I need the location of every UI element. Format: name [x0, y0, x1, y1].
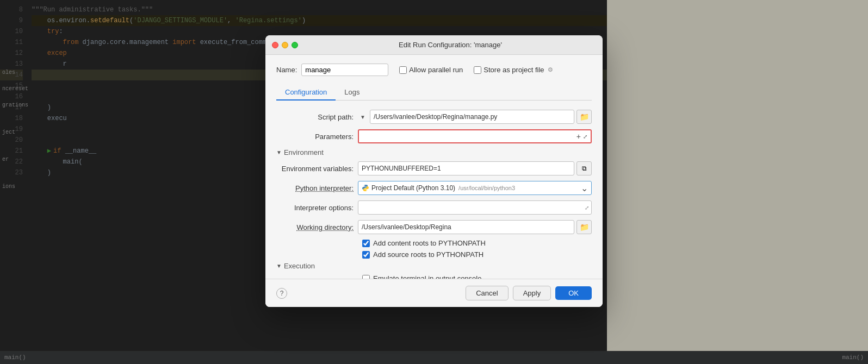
parameters-input-wrap: + ⤢ — [358, 129, 592, 143]
dialog-body: Name: Allow parallel run Store as projec… — [265, 55, 603, 294]
script-path-input[interactable]: /Users/ivanlee/Desktop/Regina/manage.py — [370, 110, 574, 124]
execution-section-label: Execution — [284, 262, 315, 270]
tab-configuration[interactable]: Configuration — [276, 85, 336, 101]
interp-options-row: Interpreter options: ⤢ — [276, 200, 592, 215]
script-path-label: Script path: — [276, 113, 358, 121]
script-path-row: Script path: ▼ /Users/ivanlee/Desktop/Re… — [276, 109, 592, 124]
content-roots-row: Add content roots to PYTHONPATH — [276, 239, 592, 247]
tab-logs[interactable]: Logs — [336, 85, 368, 101]
interp-options-label: Interpreter options: — [276, 204, 358, 212]
svg-point-0 — [364, 185, 365, 186]
environment-section-label: Environment — [284, 148, 324, 156]
name-input[interactable] — [301, 64, 388, 76]
store-project-label: Store as project file — [483, 66, 544, 74]
source-roots-row: Add source roots to PYTHONPATH — [276, 250, 592, 259]
python-interp-label: Python interpreter: — [276, 184, 358, 192]
working-dir-input[interactable]: /Users/ivanlee/Desktop/Regina — [358, 220, 574, 234]
gear-icon: ⚙ — [548, 66, 553, 73]
env-vars-row: Environment variables: PYTHONUNBUFFERED=… — [276, 161, 592, 176]
execution-section-header: ▼ Execution — [276, 262, 592, 270]
working-dir-browse-btn[interactable]: 📁 — [576, 220, 592, 234]
interpreter-dropdown-icon: ⌄ — [581, 183, 588, 193]
content-roots-label: Add content roots to PYTHONPATH — [373, 239, 486, 247]
maximize-button[interactable] — [292, 42, 298, 48]
python-interp-value: Project Default (Python 3.10) — [371, 184, 455, 192]
add-param-button[interactable]: + — [575, 132, 582, 141]
apply-button[interactable]: Apply — [513, 286, 551, 300]
environment-section-header: ▼ Environment — [276, 148, 592, 156]
parameters-label: Parameters: — [276, 133, 358, 141]
cancel-button[interactable]: Cancel — [466, 286, 508, 300]
parallel-run-label: Allow parallel run — [409, 66, 463, 74]
store-project-checkbox[interactable] — [474, 66, 481, 74]
python-interpreter-select[interactable]: Project Default (Python 3.10) /usr/local… — [358, 181, 592, 195]
folder-browse-icon: 📁 — [580, 223, 589, 231]
dialog-footer: ? Cancel Apply OK — [265, 279, 603, 307]
working-dir-label: Working directory: — [276, 223, 358, 231]
script-path-dropdown-btn[interactable]: ▼ — [358, 113, 368, 121]
close-button[interactable] — [272, 42, 278, 48]
tab-bar: Configuration Logs — [276, 85, 592, 101]
copy-icon: ⧉ — [582, 165, 587, 172]
browse-script-button[interactable]: 📁 — [576, 110, 592, 124]
interp-options-field: ⤢ — [358, 200, 592, 215]
section-collapse-arrow[interactable]: ▼ — [276, 149, 282, 155]
svg-point-1 — [366, 190, 367, 190]
store-project-option: Store as project file ⚙ — [474, 66, 553, 74]
parameters-input[interactable] — [361, 133, 575, 141]
modal-overlay: Edit Run Configuration: 'manage' Name: A… — [0, 0, 868, 364]
parallel-run-option: Allow parallel run — [399, 66, 463, 74]
content-roots-checkbox[interactable] — [362, 240, 370, 247]
help-button[interactable]: ? — [276, 288, 287, 299]
python-interp-field: Project Default (Python 3.10) /usr/local… — [358, 181, 592, 195]
source-roots-label: Add source roots to PYTHONPATH — [373, 250, 483, 259]
dialog-title: Edit Run Configuration: 'manage' — [305, 41, 596, 49]
parameters-row: Parameters: + ⤢ — [276, 129, 592, 144]
env-vars-browse-btn[interactable]: ⧉ — [576, 161, 592, 175]
source-roots-checkbox[interactable] — [362, 251, 370, 259]
script-path-field: ▼ /Users/ivanlee/Desktop/Regina/manage.p… — [358, 110, 592, 124]
folder-icon: 📁 — [580, 112, 589, 121]
working-dir-row: Working directory: /Users/ivanlee/Deskto… — [276, 219, 592, 235]
parameters-field: + ⤢ — [358, 129, 592, 143]
minimize-button[interactable] — [282, 42, 288, 48]
execution-collapse-arrow[interactable]: ▼ — [276, 263, 282, 269]
env-vars-field: PYTHONUNBUFFERED=1 ⧉ — [358, 161, 592, 175]
expand-param-button[interactable]: ⤢ — [582, 134, 588, 140]
python-icon — [362, 184, 369, 192]
env-vars-label: Environment variables: — [276, 165, 358, 173]
dialog-titlebar: Edit Run Configuration: 'manage' — [265, 35, 603, 55]
name-label: Name: — [276, 66, 297, 74]
python-interp-path: /usr/local/bin/python3 — [458, 185, 515, 191]
run-config-dialog: Edit Run Configuration: 'manage' Name: A… — [265, 35, 603, 307]
parallel-run-checkbox[interactable] — [399, 66, 407, 74]
python-interpreter-row: Python interpreter: Project Default (Pyt… — [276, 180, 592, 196]
name-row: Name: Allow parallel run Store as projec… — [276, 64, 592, 76]
expand-icon: ⤢ — [585, 205, 589, 211]
interp-options-input[interactable]: ⤢ — [358, 200, 592, 215]
traffic-lights — [272, 42, 298, 48]
working-dir-field: /Users/ivanlee/Desktop/Regina 📁 — [358, 220, 592, 234]
ok-button[interactable]: OK — [555, 286, 592, 300]
env-vars-input[interactable]: PYTHONUNBUFFERED=1 — [358, 161, 574, 175]
